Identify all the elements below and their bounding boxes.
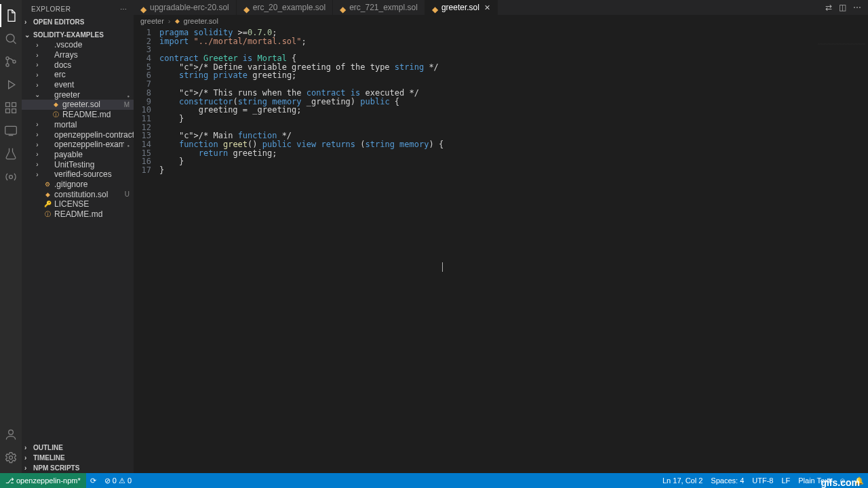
folder-.vscode[interactable]: ›.vscode [22,40,134,50]
git-branch[interactable]: ⎇openzeppelin-npm* [0,473,86,488]
split-editor-icon[interactable]: ◫ [839,3,846,12]
folder-event[interactable]: ›event [22,80,134,90]
search-icon[interactable] [0,27,22,50]
indent-status[interactable]: Spaces: 4 [707,473,748,488]
explorer-icon[interactable] [0,4,22,27]
svg-rect-6 [6,109,10,113]
live-icon[interactable] [0,165,22,188]
folder-erc[interactable]: ›erc [22,70,134,80]
eol-status[interactable]: LF [777,473,794,488]
svg-rect-7 [12,109,16,113]
more-actions-icon[interactable]: ⋯ [853,3,861,12]
folder-docs[interactable]: ›docs [22,60,134,70]
folder-verified-sources[interactable]: ›verified-sources [22,169,134,180]
explorer-sidebar: EXPLORER ⋯ ›OPEN EDITORS ⌄SOLIDITY-EXAMP… [22,0,134,473]
file-README.md[interactable]: ⓘREADME.md [22,110,134,120]
editor-group: ◆upgradable-erc-20.sol◆erc_20_example.so… [134,0,868,473]
minimap[interactable] [818,43,865,84]
remote-icon[interactable] [0,119,22,142]
text-cursor [442,262,443,272]
tab-erc_20_example.sol[interactable]: ◆erc_20_example.sol [237,0,333,15]
open-editors-header[interactable]: ›OPEN EDITORS [22,17,134,27]
folder-openzeppelin-contracts[interactable]: ›openzeppelin-contracts [22,129,134,140]
extensions-icon[interactable] [0,96,22,119]
svg-point-10 [9,430,14,434]
debug-icon[interactable] [0,73,22,96]
tab-erc_721_exmpl.sol[interactable]: ◆erc_721_exmpl.sol [333,0,425,15]
folder-openzeppelin-example[interactable]: ›openzeppelin-example [22,140,134,150]
account-icon[interactable] [0,423,22,446]
tab-upgradable-erc-20.sol[interactable]: ◆upgradable-erc-20.sol [134,0,237,15]
svg-point-11 [9,456,13,460]
outline-header[interactable]: ›OUTLINE [22,443,134,453]
svg-rect-8 [5,126,17,134]
close-icon[interactable]: ✕ [484,3,490,12]
sync-status[interactable]: ⟳ [86,473,100,488]
cursor-position[interactable]: Ln 17, Col 2 [658,473,707,488]
source-control-icon[interactable] [0,50,22,73]
file-README.md[interactable]: ⓘREADME.md [22,209,134,220]
folder-UnitTesting[interactable]: ›UnitTesting [22,159,134,169]
folder-payable[interactable]: ›payable [22,150,134,160]
tab-greeter.sol[interactable]: ◆greeter.sol✕ [425,0,498,15]
file-.gitignore[interactable]: ⚙.gitignore [22,180,134,190]
tabs-bar: ◆upgradable-erc-20.sol◆erc_20_example.so… [134,0,868,15]
svg-point-1 [6,57,9,60]
svg-point-3 [13,60,16,63]
test-icon[interactable] [0,142,22,165]
svg-point-0 [6,34,14,42]
file-LICENSE[interactable]: 🔑LICENSE [22,199,134,209]
file-greeter.sol[interactable]: ◆greeter.solM [22,100,134,110]
npm-header[interactable]: ›NPM SCRIPTS [22,463,134,473]
svg-point-2 [6,64,9,66]
code-editor[interactable]: 1234567891011121314151617 pragma solidit… [134,27,868,473]
compare-icon[interactable]: ⇄ [825,3,832,12]
svg-point-9 [9,176,13,179]
more-icon[interactable]: ⋯ [120,5,127,13]
svg-rect-4 [6,103,10,107]
settings-icon[interactable] [0,446,22,469]
encoding-status[interactable]: UTF-8 [748,473,777,488]
watermark: gifs.com [821,477,860,488]
timeline-header[interactable]: ›TIMELINE [22,453,134,463]
status-bar: ⎇openzeppelin-npm* ⟳ ⊘ 0 ⚠ 0 Ln 17, Col … [0,473,868,488]
problems-status[interactable]: ⊘ 0 ⚠ 0 [100,473,136,488]
branch-icon: ⎇ [5,476,14,485]
project-header[interactable]: ⌄SOLIDITY-EXAMPLES [22,30,134,40]
activity-bar [0,0,22,473]
explorer-title: EXPLORER ⋯ [22,0,134,16]
file-constitution.sol[interactable]: ◆constitution.solU [22,189,134,199]
folder-mortal[interactable]: ›mortal [22,120,134,130]
svg-rect-5 [12,103,16,107]
breadcrumb[interactable]: greeter› ◆greeter.sol [134,15,868,27]
folder-greeter[interactable]: ⌄greeter [22,89,134,100]
folder-Arrays[interactable]: ›Arrays [22,50,134,60]
